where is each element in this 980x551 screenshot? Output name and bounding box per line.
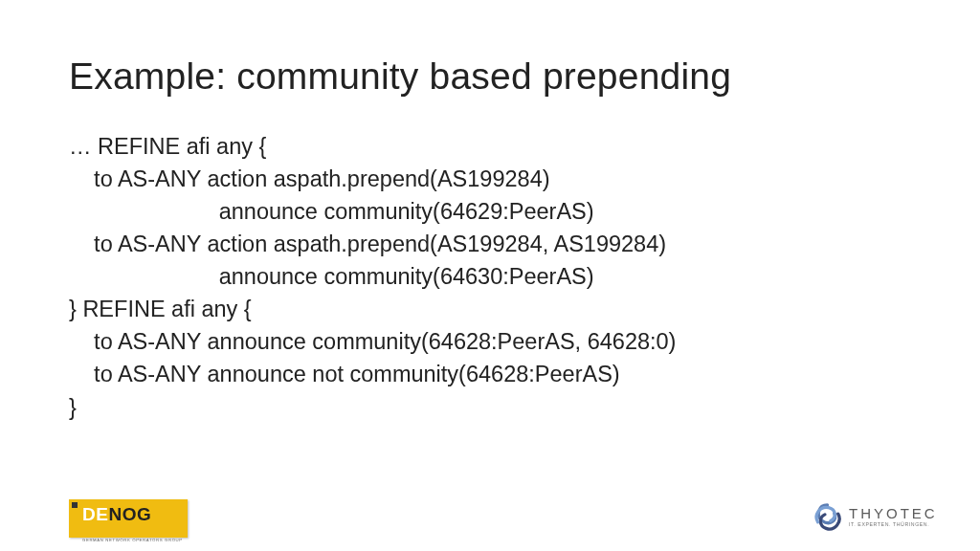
denog-subtitle: GERMAN NETWORK OPERATORS GROUP: [69, 538, 188, 542]
code-block: … REFINE afi any { to AS-ANY action aspa…: [69, 130, 911, 424]
knot-icon: [812, 501, 843, 533]
denog-dot-icon: [72, 502, 78, 508]
slide: Example: community based prepending … RE…: [0, 0, 980, 551]
denog-nog: NOG: [108, 504, 151, 524]
thyotec-name: THYOTEC: [849, 506, 938, 520]
slide-title: Example: community based prepending: [69, 55, 911, 98]
denog-logo: DENOG GERMAN NETWORK OPERATORS GROUP: [69, 499, 188, 538]
denog-wordmark: DENOG: [82, 504, 151, 525]
footer: DENOG GERMAN NETWORK OPERATORS GROUP THY…: [0, 494, 980, 538]
thyotec-text: THYOTEC IT. EXPERTEN. THÜRINGEN.: [849, 506, 938, 527]
thyotec-logo: THYOTEC IT. EXPERTEN. THÜRINGEN.: [812, 497, 934, 536]
thyotec-tagline: IT. EXPERTEN. THÜRINGEN.: [849, 522, 938, 527]
denog-de: DE: [82, 504, 108, 524]
